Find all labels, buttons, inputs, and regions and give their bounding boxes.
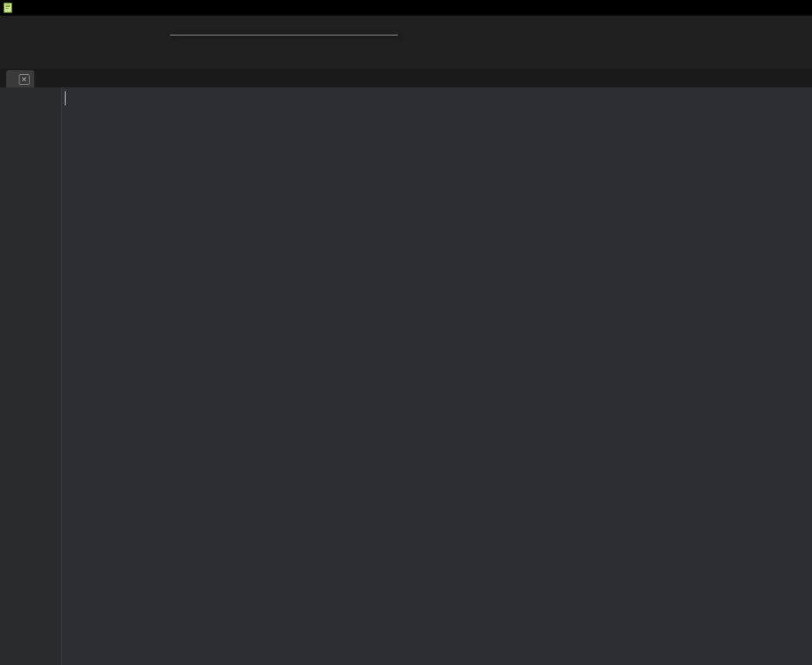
tab-new-1[interactable]: ✕ [6,70,34,87]
svg-rect-1 [5,5,10,5]
language-dropdown [170,34,398,36]
editor [0,87,812,665]
tab-close-icon[interactable]: ✕ [19,74,30,85]
tabbar: ✕ [0,69,812,87]
toolbar [0,34,812,69]
menubar [0,16,812,34]
svg-rect-3 [5,8,9,9]
app-icon [3,2,14,13]
titlebar [0,0,812,16]
editor-text-area[interactable] [61,87,812,665]
text-cursor [65,91,66,105]
svg-rect-2 [5,6,10,7]
gutter [0,87,61,665]
